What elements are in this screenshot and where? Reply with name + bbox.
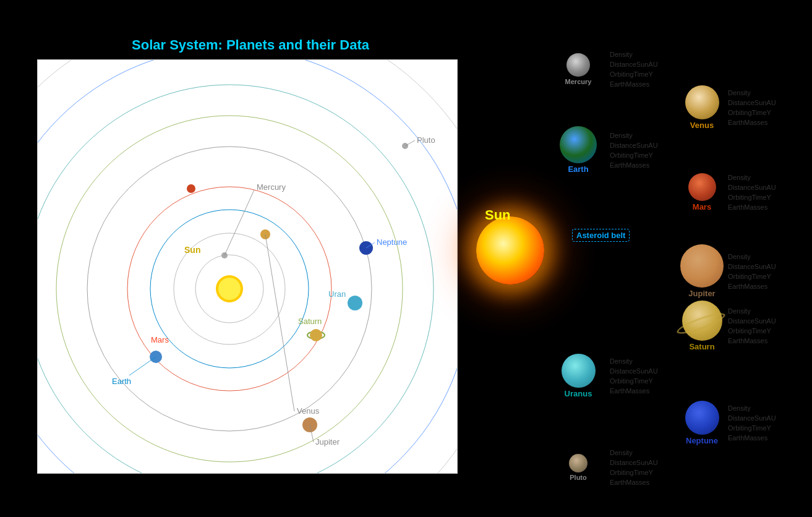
pluto-name: Pluto (570, 474, 587, 481)
planet-col-venus: Venus (680, 85, 724, 130)
saturn-brace (724, 301, 724, 349)
uranus-density-line: Density 1.2 (610, 356, 686, 366)
mercury-image (566, 53, 590, 77)
planet-entry-mercury: Mercury Density 5.4 DistanceSunAU 0.39 O… (557, 49, 798, 89)
mars-brace (724, 171, 724, 213)
pluto-distance-line: DistanceSunAU 39.88 (610, 458, 686, 468)
svg-line-34 (265, 234, 294, 411)
svg-line-23 (224, 190, 254, 255)
jupiter-distance-line: DistanceSunAU 5.2 (728, 262, 804, 271)
svg-text:Pluto: Pluto (417, 135, 435, 145)
planet-col-neptune: Neptune (680, 401, 724, 445)
mercury-brace (600, 49, 606, 89)
solar-diagram: Pluto Mercury Sun Neptune Uran Saturn Ma… (37, 59, 458, 474)
mercury-mass-line: EarthMasses 0.05 (610, 79, 686, 89)
mercury-distance-line: DistanceSunAU 0.39 (610, 59, 686, 69)
earth-distance-line: DistanceSunAU 1 (610, 140, 686, 150)
mars-name: Mars (693, 202, 711, 212)
jupiter-orbit-line: OrbitingTimeY 11.86 (728, 271, 804, 281)
earth-image (560, 126, 597, 163)
mercury-data: Density 5.4 DistanceSunAU 0.39 OrbitingT… (610, 49, 686, 89)
planet-col-pluto: Pluto (557, 454, 600, 481)
jupiter-brace (724, 244, 724, 294)
planet-entry-mars: Mars Density 3.9 DistanceSunAU 1.52 Orbi… (680, 171, 798, 213)
svg-point-16 (310, 329, 322, 341)
uranus-orbit-line: OrbitingTimeY 84.01 (610, 376, 686, 386)
svg-point-7 (38, 60, 458, 474)
mars-mass-line: EarthMasses 0.11 (728, 202, 804, 212)
planet-col-earth: Earth (557, 126, 600, 174)
pluto-data: Density 1.99 DistanceSunAU 39.88 Orbitin… (610, 448, 686, 487)
planet-entry-uranus: Uranus Density 1.2 DistanceSunAU 19.18 O… (557, 354, 798, 398)
uranus-name: Uranus (565, 389, 592, 398)
svg-text:Sun: Sun (184, 245, 200, 255)
saturn-density-line: Density 0.7 (728, 306, 804, 316)
planet-entry-pluto: Pluto Density 1.99 DistanceSunAU 39.88 O… (557, 448, 798, 487)
neptune-density-line: Density 1.7 (728, 403, 804, 413)
neptune-image (685, 401, 719, 435)
pluto-orbit-line: OrbitingTimeY 247.7 (610, 468, 686, 477)
earth-mass-line: EarthMasses 1 (610, 160, 686, 170)
saturn-name: Saturn (689, 342, 714, 351)
mars-density-line: Density 3.9 (728, 173, 804, 182)
svg-text:Uran: Uran (328, 289, 346, 299)
mars-distance-line: DistanceSunAU 1.52 (728, 182, 804, 192)
venus-data: Density 5.3 DistanceSunAU 0.72 OrbitingT… (728, 88, 804, 127)
earth-data: Density 5.5 DistanceSunAU 1 OrbitingTime… (610, 130, 686, 170)
mars-image (688, 173, 716, 201)
mercury-density-line: Density 5.4 (610, 49, 686, 59)
planet-col-jupiter: Jupiter (680, 244, 724, 298)
venus-distance-line: DistanceSunAU 0.72 (728, 98, 804, 108)
svg-text:Earth: Earth (112, 377, 131, 386)
saturn-mass-line: EarthMasses 95.1 (728, 336, 804, 346)
pluto-mass-line: EarthMasses 0.004 (610, 477, 686, 487)
venus-orbit-line: OrbitingTimeY 0.62 (728, 108, 804, 118)
right-panel-inner: Mercury Density 5.4 DistanceSunAU 0.39 O… (557, 49, 798, 490)
pluto-density-line: Density 1.99 (610, 448, 686, 458)
right-panel: Sun Asteroid belt Mercury Density 5.4 Di… (476, 25, 804, 513)
saturn-image (682, 301, 722, 341)
planet-entry-earth: Earth Density 5.5 DistanceSunAU 1 Orbiti… (557, 126, 798, 174)
neptune-distance-line: DistanceSunAU 30.06 (728, 413, 804, 423)
neptune-brace (724, 401, 724, 445)
jupiter-density-line: Density 1.3 (728, 252, 804, 262)
planet-entry-neptune: Neptune Density 1.7 DistanceSunAU 30.06 … (680, 401, 798, 445)
saturn-distance-line: DistanceSunAU 9.54 (728, 316, 804, 326)
svg-text:Jupiter: Jupiter (315, 437, 340, 446)
planet-entry-saturn: Saturn Density 0.7 DistanceSunAU 9.54 Or… (680, 301, 798, 351)
planet-col-mars: Mars (680, 173, 724, 212)
jupiter-image (680, 244, 724, 288)
earth-name: Earth (568, 164, 588, 174)
jupiter-data: Density 1.3 DistanceSunAU 5.2 OrbitingTi… (728, 252, 804, 291)
svg-point-14 (187, 184, 195, 193)
svg-line-21 (405, 140, 415, 146)
earth-orbit-line: OrbitingTimeY 1 (610, 150, 686, 160)
svg-text:Mercury: Mercury (257, 182, 286, 192)
svg-text:Neptune: Neptune (377, 237, 407, 247)
venus-mass-line: EarthMasses 0.82 (728, 118, 804, 127)
earth-density-line: Density 5.5 (610, 130, 686, 140)
saturn-data: Density 0.7 DistanceSunAU 9.54 OrbitingT… (728, 306, 804, 346)
sun-right (476, 216, 550, 291)
chart-title: Solar System: Planets and their Data (37, 37, 464, 53)
earth-brace (600, 126, 606, 171)
planet-col-saturn: Saturn (680, 301, 724, 351)
svg-point-10 (218, 278, 241, 300)
jupiter-mass-line: EarthMasses 317.8 (728, 281, 804, 291)
pluto-brace (600, 448, 606, 487)
svg-text:Saturn: Saturn (298, 317, 322, 326)
svg-line-32 (129, 357, 156, 375)
planet-entry-jupiter: Jupiter Density 1.3 DistanceSunAU 5.2 Or… (680, 244, 798, 298)
neptune-data: Density 1.7 DistanceSunAU 30.06 Orbiting… (728, 403, 804, 443)
uranus-brace (600, 354, 606, 398)
venus-brace (724, 85, 724, 130)
uranus-data: Density 1.2 DistanceSunAU 19.18 Orbiting… (610, 356, 686, 396)
svg-text:Mars: Mars (151, 335, 169, 344)
jupiter-name: Jupiter (688, 289, 715, 298)
planet-col-uranus: Uranus (557, 354, 600, 398)
neptune-name: Neptune (686, 436, 718, 445)
venus-density-line: Density 5.3 (728, 88, 804, 98)
left-panel: Solar System: Planets and their Data (37, 37, 464, 482)
mercury-orbit-line: OrbitingTimeY 0.24 (610, 69, 686, 79)
planet-entry-venus: Venus Density 5.3 DistanceSunAU 0.72 Orb… (680, 85, 798, 130)
